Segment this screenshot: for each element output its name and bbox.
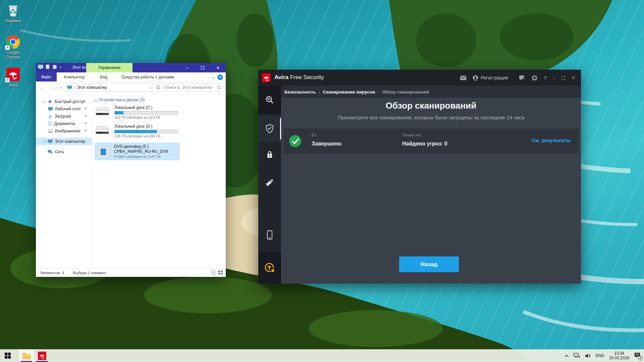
sidebar-item-pictures[interactable]: Изображения bbox=[36, 127, 92, 135]
tab-disk-tools[interactable]: Средства работы с дисками bbox=[117, 72, 179, 81]
back-button[interactable]: Назад bbox=[399, 256, 459, 272]
volume-icon[interactable] bbox=[585, 353, 591, 358]
status-items-count: Элементов: 3 bbox=[40, 271, 64, 275]
tab-file[interactable]: Файл bbox=[36, 72, 57, 81]
breadcrumb-security[interactable]: Безопасность bbox=[284, 89, 316, 95]
drive-c-item[interactable]: Локальный диск (C:) 102 ГБ свободно из 1… bbox=[95, 105, 179, 119]
drive-name: Локальный диск (C:) bbox=[114, 105, 179, 110]
see-results-link[interactable]: См. результаты bbox=[532, 137, 571, 143]
drive-e-item-selected[interactable]: DVD-дисковод (E:) CPBA_X64FRE_RU-RU_DV9 … bbox=[95, 143, 179, 160]
drive-free-space: 102 ГБ свободно из 119 ГБ bbox=[114, 115, 179, 119]
drive-free-space: 128 ГБ свободно из 390 ГБ bbox=[114, 134, 179, 138]
close-button[interactable]: ✕ bbox=[210, 63, 226, 72]
document-icon bbox=[48, 121, 52, 126]
desktop-icon-recycle-bin[interactable]: Корзина bbox=[0, 3, 26, 23]
recent-locations-chevron-icon[interactable] bbox=[54, 86, 57, 89]
explorer-address-row: ← → ↑ Этот компьютер bbox=[36, 82, 226, 93]
back-button[interactable]: ← bbox=[39, 85, 45, 90]
sidebar-item-privacy[interactable] bbox=[258, 145, 281, 165]
pin-icon bbox=[84, 107, 87, 110]
tab-computer[interactable]: Компьютер bbox=[59, 72, 90, 81]
hard-drive-icon bbox=[95, 106, 110, 118]
product-name: Free Security bbox=[290, 74, 324, 80]
sidebar-item-performance[interactable] bbox=[258, 172, 281, 192]
ribbon-contextual-tab-manage[interactable]: Управление bbox=[86, 63, 132, 72]
mail-icon[interactable] bbox=[460, 75, 467, 80]
sidebar-item-label: Документы bbox=[54, 121, 75, 126]
sidebar-item-network[interactable]: Сеть bbox=[36, 148, 92, 156]
explorer-titlebar[interactable]: Этот компьют... Управление – ✕ bbox=[36, 63, 226, 72]
status-bar: Элементов: 3 Выбран 1 элемент bbox=[36, 268, 226, 277]
thumbnails-view-icon[interactable] bbox=[218, 270, 223, 275]
help-button[interactable]: ? bbox=[544, 75, 547, 81]
refresh-button[interactable] bbox=[155, 83, 162, 92]
settings-gear-icon[interactable] bbox=[531, 75, 538, 81]
capacity-bar bbox=[114, 111, 178, 115]
forward-button[interactable]: → bbox=[47, 85, 53, 90]
sidebar-item-upgrade[interactable] bbox=[258, 252, 281, 284]
maximize-button[interactable] bbox=[195, 63, 210, 72]
maximize-button[interactable] bbox=[561, 76, 565, 80]
qat-customize-chevron-icon[interactable] bbox=[59, 65, 62, 68]
group-header-devices-and-drives[interactable]: Устройства и диски (3) bbox=[95, 97, 145, 102]
pin-icon bbox=[84, 122, 87, 125]
properties-icon[interactable] bbox=[46, 64, 50, 69]
search-box[interactable] bbox=[163, 83, 223, 92]
group-collapse-chevron-icon[interactable] bbox=[95, 98, 97, 101]
avira-titlebar[interactable]: Avira Free Security Регистрация bbox=[258, 70, 581, 86]
hard-drive-icon bbox=[95, 124, 110, 137]
chrome-icon bbox=[6, 35, 20, 49]
sidebar-item-security[interactable] bbox=[258, 115, 281, 142]
expand-chevron-icon[interactable] bbox=[43, 140, 46, 143]
search-icon[interactable] bbox=[217, 85, 221, 90]
downloads-icon bbox=[48, 114, 52, 119]
minimize-button[interactable]: – bbox=[179, 63, 195, 72]
address-dropdown-chevron-icon[interactable] bbox=[149, 86, 152, 89]
expand-chevron-icon[interactable] bbox=[43, 100, 46, 103]
feedback-icon[interactable] bbox=[519, 75, 525, 81]
breadcrumb-scan-overview: Обзор сканирований bbox=[382, 89, 429, 95]
drive-d-item[interactable]: Локальный диск (D:) 128 ГБ свободно из 3… bbox=[95, 124, 179, 138]
new-folder-icon[interactable] bbox=[52, 65, 57, 69]
time: 13:34 bbox=[609, 351, 629, 356]
sidebar-item-mobile[interactable] bbox=[258, 225, 281, 245]
sidebar-item-label: Изображения bbox=[55, 129, 80, 133]
tab-view[interactable]: Вид bbox=[96, 72, 112, 81]
breadcrumb-virus-scans[interactable]: Сканирование вирусов bbox=[323, 89, 375, 95]
this-pc-icon bbox=[48, 139, 53, 143]
language-indicator[interactable]: ENG bbox=[596, 353, 604, 358]
minimize-button[interactable]: – bbox=[553, 75, 555, 81]
taskbar-avira-button[interactable] bbox=[34, 349, 50, 362]
desktop-icon-google-chrome[interactable]: Google Chrome bbox=[0, 35, 26, 60]
pin-icon bbox=[84, 114, 87, 118]
desktop-icon-avira[interactable]: Avira bbox=[0, 67, 26, 87]
start-button[interactable] bbox=[0, 349, 15, 362]
network-icon[interactable] bbox=[574, 353, 580, 358]
sidebar-item-quick-access[interactable]: Быстрый доступ bbox=[36, 98, 92, 105]
sidebar-item-status-scan[interactable] bbox=[258, 86, 281, 114]
sidebar-item-label: Загрузки bbox=[55, 114, 71, 119]
sidebar-item-downloads[interactable]: Загрузки bbox=[36, 113, 92, 120]
scan-success-icon bbox=[289, 135, 301, 147]
search-input[interactable] bbox=[165, 85, 217, 90]
close-button[interactable]: ✕ bbox=[571, 75, 576, 81]
ribbon-help-button[interactable]: ? bbox=[217, 74, 223, 80]
shortcut-arrow-overlay bbox=[5, 45, 10, 50]
action-center-button[interactable]: 2 bbox=[634, 352, 641, 359]
this-pc-icon bbox=[67, 85, 72, 89]
drive-name: Локальный диск (D:) bbox=[114, 124, 179, 129]
taskbar-clock[interactable]: 13:34 20.03.2024 bbox=[609, 351, 629, 360]
address-bar[interactable]: Этот компьютер bbox=[65, 83, 153, 92]
taskbar-explorer-button[interactable] bbox=[19, 349, 34, 362]
tray-expand-chevron-icon[interactable] bbox=[565, 354, 569, 357]
sidebar-item-documents[interactable]: Документы bbox=[36, 120, 92, 127]
navigation-pane: Быстрый доступ Рабочий стол Загрузки bbox=[36, 93, 92, 268]
sidebar-item-this-pc[interactable]: Этот компьютер bbox=[36, 138, 92, 145]
avira-icon bbox=[6, 67, 20, 82]
register-control[interactable]: Регистрация bbox=[473, 75, 508, 81]
up-button[interactable]: ↑ bbox=[58, 85, 64, 90]
pin-icon bbox=[84, 129, 87, 132]
sidebar-item-desktop[interactable]: Рабочий стол bbox=[36, 105, 92, 113]
details-view-icon[interactable] bbox=[210, 270, 216, 275]
scan-result-row[interactable]: E:\ Завершено Только что Найдено угроз: … bbox=[283, 128, 579, 154]
